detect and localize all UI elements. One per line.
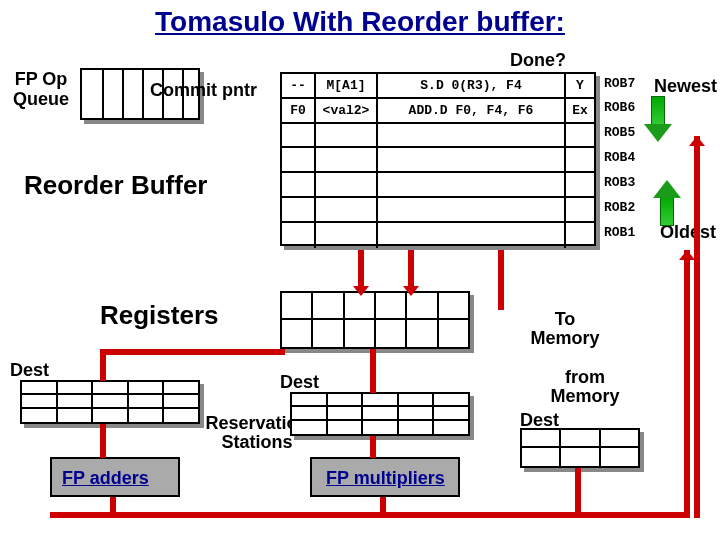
bus-v-mul-out xyxy=(380,497,386,515)
dest-label-2: Dest xyxy=(280,372,319,393)
rob3-tag: ROB3 xyxy=(604,175,635,190)
fp-adders-label: FP adders xyxy=(62,468,149,489)
bus-v-right2 xyxy=(694,136,700,518)
oldest-arrow-head xyxy=(653,180,681,198)
bus-h-bottom xyxy=(50,512,690,518)
rob7-done: Y xyxy=(566,74,594,97)
rs-table-multipliers xyxy=(290,392,470,436)
mem-dest-table xyxy=(520,428,640,468)
from-memory-label: fromMemory xyxy=(540,368,630,406)
to-memory-label: ToMemory xyxy=(520,310,610,348)
bus-rsadd-to-add xyxy=(100,424,106,458)
rob6-tag: ROB6 xyxy=(604,100,635,115)
rob7-tag: ROB7 xyxy=(604,76,635,91)
rs-table-adders xyxy=(20,380,200,424)
registers-label: Registers xyxy=(100,300,219,331)
bus-v-add-out xyxy=(110,497,116,515)
rob2-tag: ROB2 xyxy=(604,200,635,215)
fp-multipliers-label: FP multipliers xyxy=(326,468,445,489)
bus-h-to-rsadd xyxy=(100,349,285,355)
rob1-tag: ROB1 xyxy=(604,225,635,240)
newest-arrow-shaft xyxy=(651,96,665,126)
bus-rsmul-to-mul xyxy=(370,436,376,458)
reorder-buffer-label: Reorder Buffer xyxy=(24,170,207,201)
slide-title: Tomasulo With Reorder buffer: xyxy=(0,6,720,38)
rob4-tag: ROB4 xyxy=(604,150,635,165)
bus-regs-to-rsmul xyxy=(370,349,376,393)
rob5-tag: ROB5 xyxy=(604,125,635,140)
done-header: Done? xyxy=(510,50,566,71)
arrowhead-icon xyxy=(689,136,705,146)
rob6-instr: ADD.D F0, F4, F6 xyxy=(378,99,566,122)
registers-box xyxy=(280,291,470,349)
bus-v-mem-out xyxy=(575,468,581,516)
dest-label-1: Dest xyxy=(10,360,49,381)
newest-label: Newest xyxy=(654,76,717,97)
rob6-val: <val2> xyxy=(316,99,378,122)
commit-pntr-label: Commit pntr xyxy=(150,80,257,101)
rob6-done: Ex xyxy=(566,99,594,122)
newest-arrow-head xyxy=(644,124,672,142)
arrowhead-icon xyxy=(679,250,695,260)
arrowhead-icon xyxy=(403,286,419,296)
rob7-instr: S.D 0(R3), F4 xyxy=(378,74,566,97)
oldest-arrow-shaft xyxy=(660,196,674,226)
arrowhead-icon xyxy=(353,286,369,296)
rob6-dest: F0 xyxy=(282,99,316,122)
bus-rob-to-mem xyxy=(498,250,504,310)
fp-op-queue-label: FP OpQueue xyxy=(6,70,76,110)
rob7-dest: -- xyxy=(282,74,316,97)
bus-v-right xyxy=(684,250,690,518)
rob-table: -- M[A1] S.D 0(R3), F4 Y F0 <val2> ADD.D… xyxy=(280,72,596,246)
rob7-val: M[A1] xyxy=(316,74,378,97)
